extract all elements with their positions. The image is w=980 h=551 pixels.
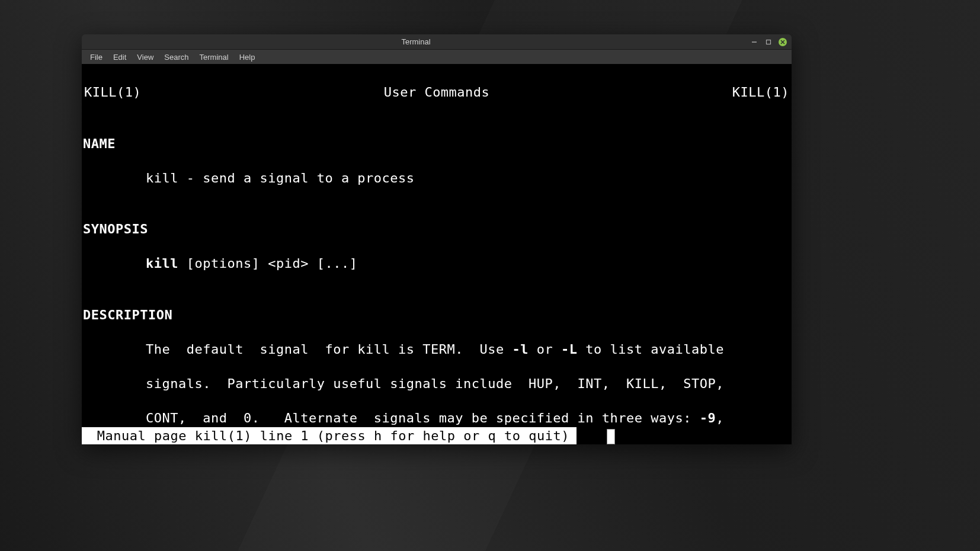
man-header-left: KILL(1) [84, 84, 141, 101]
man-header: KILL(1)User CommandsKILL(1) [83, 84, 790, 101]
section-name: NAME [83, 135, 790, 152]
svg-rect-1 [767, 40, 771, 44]
desc-line-3: CONT, and 0. Alternate signals may be sp… [83, 409, 790, 427]
menu-search[interactable]: Search [159, 52, 193, 63]
man-header-right: KILL(1) [732, 84, 789, 101]
close-button[interactable] [779, 38, 787, 46]
window-title: Terminal [82, 37, 750, 46]
man-header-center: User Commands [384, 84, 490, 101]
menu-file[interactable]: File [85, 52, 107, 63]
name-body: kill - send a signal to a process [83, 169, 790, 187]
terminal-output[interactable]: KILL(1)User CommandsKILL(1) NAME kill - … [82, 64, 792, 444]
minimize-button[interactable] [750, 38, 758, 46]
desc-line-2: signals. Particularly useful signals inc… [83, 375, 790, 392]
section-description: DESCRIPTION [83, 306, 790, 323]
desc-line-1: The default signal for kill is TERM. Use… [83, 341, 790, 358]
section-synopsis: SYNOPSIS [83, 220, 790, 238]
window-controls [750, 38, 792, 46]
synopsis-args: [options] <pid> [...] [178, 256, 357, 271]
synopsis-cmd: kill [146, 256, 178, 271]
menu-view[interactable]: View [132, 52, 158, 63]
pager-status: Manual page kill(1) line 1 (press h for … [82, 427, 577, 444]
pager-status-text: Manual page kill(1) line 1 (press h for … [89, 427, 569, 444]
synopsis-body: kill [options] <pid> [...] [83, 255, 790, 272]
maximize-button[interactable] [764, 38, 773, 46]
cursor [607, 429, 615, 444]
menu-help[interactable]: Help [235, 52, 260, 63]
menu-edit[interactable]: Edit [108, 52, 131, 63]
titlebar[interactable]: Terminal [82, 34, 792, 50]
menubar: File Edit View Search Terminal Help [82, 50, 792, 64]
terminal-window: Terminal File Edit View Search Terminal … [82, 34, 792, 444]
menu-terminal[interactable]: Terminal [195, 52, 233, 63]
